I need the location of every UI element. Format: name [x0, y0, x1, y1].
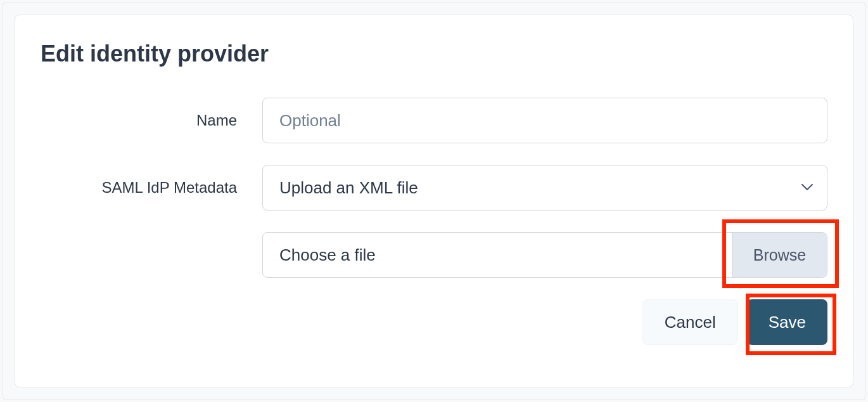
edit-identity-provider-card: Edit identity provider Name SAML IdP Met… [15, 15, 853, 387]
file-placeholder: Choose a file [263, 233, 732, 277]
file-row: Choose a file Browse [41, 232, 827, 278]
metadata-select-container: Upload an XML file [262, 165, 827, 211]
metadata-label: SAML IdP Metadata [41, 179, 262, 197]
cancel-button[interactable]: Cancel [642, 299, 738, 345]
metadata-select-wrap: Upload an XML file [262, 165, 827, 211]
file-input-group: Choose a file Browse [262, 232, 827, 278]
name-input-wrap [262, 98, 827, 143]
name-input[interactable] [262, 98, 827, 143]
name-row: Name [41, 98, 827, 143]
page-background: Edit identity provider Name SAML IdP Met… [3, 3, 865, 399]
page-title: Edit identity provider [41, 41, 827, 67]
browse-button[interactable]: Browse [732, 233, 827, 277]
name-label: Name [41, 112, 262, 129]
actions-row: Cancel Save [41, 299, 827, 345]
metadata-row: SAML IdP Metadata Upload an XML file [41, 165, 827, 211]
save-button[interactable]: Save [747, 299, 827, 345]
metadata-select[interactable]: Upload an XML file [262, 165, 827, 211]
